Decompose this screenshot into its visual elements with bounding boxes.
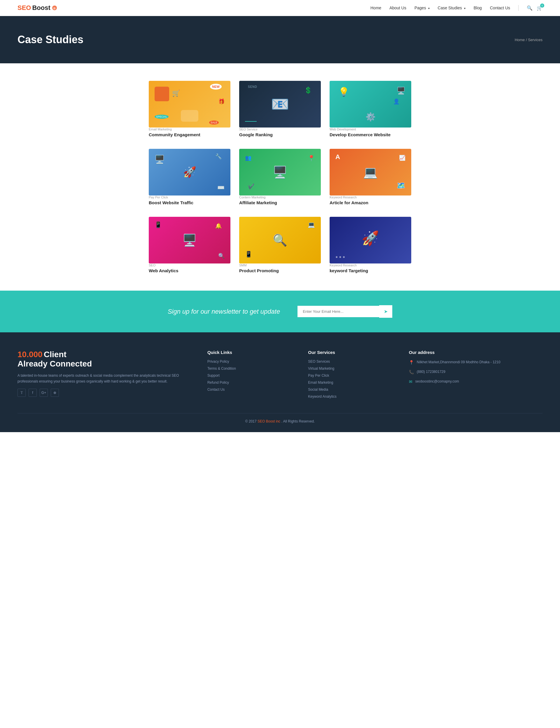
card-image: 💻 A 🗺️ 📈 — [329, 149, 411, 195]
case-studies-dropdown-arrow: ▾ — [464, 7, 465, 10]
address-title: Our address — [409, 350, 542, 355]
newsletter-section: Sign up for our newsletter to get update… — [0, 291, 560, 332]
card-category: Keyword Research — [329, 195, 411, 199]
card-item[interactable]: 💡 🖥️ ⚙️ 👤 Web Development Develop Ecomme… — [329, 81, 411, 137]
nav-divider — [518, 5, 519, 11]
newsletter-email-input[interactable] — [297, 306, 379, 317]
email-icon: ✉ — [409, 379, 412, 384]
copyright-text: © 2017 — [245, 419, 257, 423]
footer-grid: 10.000 ClientAlready Connected A talente… — [18, 350, 542, 401]
footer-brand-col: 10.000 ClientAlready Connected A talente… — [18, 350, 196, 401]
card-image: NEW 🛒 🎁 SALE SPECIAL — [149, 81, 231, 128]
card-image: 🔍 💻 📱 — [239, 217, 321, 263]
services-title: Our Services — [308, 350, 397, 355]
card-title: Article for Amazon — [329, 200, 411, 205]
logo-seo: SEO — [18, 4, 31, 12]
card-title: Boost Website Traffic — [149, 200, 231, 205]
card-item[interactable]: 🖥️ 🚀 ⌨️ 🔧 Pay Per Click Boost Website Tr… — [149, 149, 231, 205]
search-icon[interactable]: 🔍 — [527, 5, 533, 11]
facebook-icon[interactable]: f — [29, 389, 37, 397]
card-item[interactable]: 🚀 ● ● ● Keyword Research keyword Targeti… — [329, 217, 411, 273]
card-image: 🚀 ● ● ● — [329, 217, 411, 263]
other-social-icon[interactable]: ⊕ — [51, 389, 59, 397]
card-item[interactable]: 📧 💲 SEND SEO Service Google Ranking — [239, 81, 321, 137]
card-title: Affiliate Marketing — [239, 200, 321, 205]
service-link-item[interactable]: Keyword Analytics — [308, 394, 397, 399]
card-image: 📧 💲 SEND — [239, 81, 321, 128]
phone-text: (880) 1723801729 — [417, 369, 445, 375]
svg-text:⊕: ⊕ — [53, 6, 56, 10]
nav-about[interactable]: About Us — [389, 6, 406, 10]
card-category: Web Development — [329, 128, 411, 131]
footer-social: 𝕋 f G+ ⊕ — [18, 389, 196, 397]
email-item: ✉ seoboostinc@comapny.com — [409, 379, 542, 384]
footer-services-col: Our Services SEO ServicesVirtual Marketi… — [308, 350, 397, 401]
quick-link-item[interactable]: Privacy Policy — [207, 359, 296, 364]
card-category: SEO — [149, 263, 231, 267]
service-link-item[interactable]: Virtual Marketing — [308, 366, 397, 371]
service-link-item[interactable]: Pay Per Click — [308, 373, 397, 378]
card-title: Develop Ecommerce Website — [329, 132, 411, 137]
cart-badge: 0 — [540, 4, 544, 8]
footer-client-count-block: 10.000 ClientAlready Connected — [18, 350, 196, 369]
card-title: keyword Targeting — [329, 268, 411, 273]
nav-home[interactable]: Home — [370, 6, 381, 10]
main-nav: Home About Us Pages ▾ Case Studies ▾ Blo… — [370, 5, 542, 11]
twitter-icon[interactable]: 𝕋 — [18, 389, 26, 397]
card-title: Web Analytics — [149, 268, 231, 273]
footer-bottom: © 2017 SEO Boost inc . All Rights Reserv… — [18, 413, 542, 423]
cart-wrapper: 🛒 0 — [537, 5, 542, 11]
phone-icon: 📞 — [409, 370, 414, 374]
quick-link-item[interactable]: Support — [207, 373, 296, 378]
breadcrumb: Home / Services — [515, 38, 542, 42]
footer-description: A talented in-house teams of experts out… — [18, 373, 196, 385]
card-title: Google Ranking — [239, 132, 321, 137]
footer-quick-links-col: Quick Links Privacy PolicyTerms & Condit… — [207, 350, 296, 401]
pages-dropdown-arrow: ▾ — [428, 7, 430, 10]
brand-name-footer: SEO Boost inc — [258, 419, 280, 423]
quick-links-title: Quick Links — [207, 350, 296, 355]
service-link-item[interactable]: SEO Services — [308, 359, 397, 364]
newsletter-text: Sign up for our newsletter to get update — [168, 308, 280, 315]
card-image: 🖥️ 📍 ✔️ 👥 — [239, 149, 321, 195]
main-content: NEW 🛒 🎁 SALE SPECIAL Email Marketing Com… — [0, 63, 560, 291]
card-image: 💡 🖥️ ⚙️ 👤 — [329, 81, 411, 128]
phone-item: 📞 (880) 1723801729 — [409, 369, 542, 375]
card-item[interactable]: 💻 A 🗺️ 📈 Keyword Research Article for Am… — [329, 149, 411, 205]
card-title: Product Promoting — [239, 268, 321, 273]
logo-boost: Boost — [32, 4, 50, 12]
logo: SEOBoost ⊕ — [18, 4, 57, 12]
quick-link-item[interactable]: Refund Policy — [207, 380, 296, 385]
location-icon: 📍 — [409, 360, 414, 365]
email-text: seoboostinc@comapny.com — [415, 379, 459, 384]
card-image: 🖥️ 📱 🔍 🔔 — [149, 217, 231, 263]
card-category: Keyword Research — [329, 263, 411, 267]
card-item[interactable]: 🖥️ 📱 🔍 🔔 SEO Web Analytics — [149, 217, 231, 273]
quick-links-list: Privacy PolicyTerms & ConditionSupportRe… — [207, 359, 296, 392]
service-link-item[interactable]: Social Media — [308, 387, 397, 392]
newsletter-submit-button[interactable]: ➤ — [379, 305, 392, 318]
card-item[interactable]: 🔍 💻 📱 SMM Product Promoting — [239, 217, 321, 273]
services-list: SEO ServicesVirtual MarketingPay Per Cli… — [308, 359, 397, 399]
card-category: SEO Service — [239, 128, 321, 131]
logo-icon: ⊕ — [52, 5, 57, 11]
card-category: Pay Per Click — [149, 195, 231, 199]
nav-pages[interactable]: Pages ▾ — [414, 6, 430, 10]
header: SEOBoost ⊕ Home About Us Pages ▾ Case St… — [0, 0, 560, 16]
card-item[interactable]: 🖥️ 📍 ✔️ 👥 Contern Marketing Affiliate Ma… — [239, 149, 321, 205]
card-item[interactable]: NEW 🛒 🎁 SALE SPECIAL Email Marketing Com… — [149, 81, 231, 137]
nav-case-studies[interactable]: Case Studies ▾ — [438, 6, 465, 10]
card-title: Community Engagement — [149, 132, 231, 137]
card-category: Email Marketing — [149, 128, 231, 131]
card-image: 🖥️ 🚀 ⌨️ 🔧 — [149, 149, 231, 195]
newsletter-form: ➤ — [297, 305, 392, 318]
nav-contact[interactable]: Contact Us — [490, 6, 510, 10]
quick-link-item[interactable]: Terms & Condition — [207, 366, 296, 371]
nav-blog[interactable]: Blog — [474, 6, 482, 10]
google-plus-icon[interactable]: G+ — [40, 389, 48, 397]
cards-grid: NEW 🛒 🎁 SALE SPECIAL Email Marketing Com… — [149, 81, 411, 273]
quick-link-item[interactable]: Contact Us — [207, 387, 296, 392]
address-text: Nilkhet Market,Dhannmondi 09 Modhho Dhak… — [417, 359, 500, 365]
service-link-item[interactable]: Email Marketing — [308, 380, 397, 385]
nav-icons: 🔍 🛒 0 — [527, 5, 542, 11]
